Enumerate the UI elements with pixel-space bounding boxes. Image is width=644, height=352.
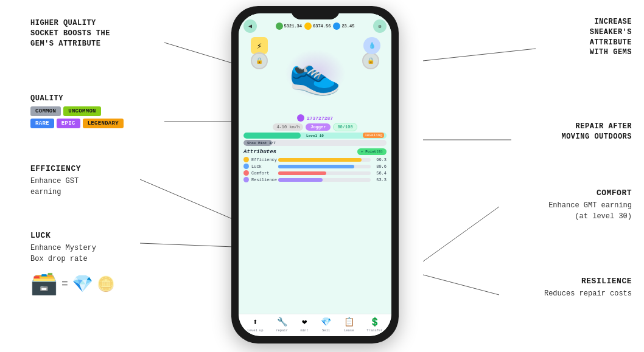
nav-mint[interactable]: ❤️ mint <box>301 317 309 333</box>
gmt-amount: 6374.56 <box>313 24 331 29</box>
bottom-navigation[interactable]: ⬆️ Level up 🔧 repair ❤️ mint 💎 Sell 📋 <box>239 314 391 336</box>
sneaker-badge-right: 💧 <box>363 37 380 54</box>
quality-section: QUALITY COMMON UNCOMMON RARE EPIC LEGEND… <box>30 94 124 128</box>
gst-amount: 5321.34 <box>284 24 302 29</box>
level-row: Level 10 leveling <box>243 133 387 139</box>
efficiency-value: 99.3 <box>373 157 387 162</box>
nav-level-up[interactable]: ⬆️ Level up <box>247 317 263 333</box>
comfort-bar-bg <box>278 171 371 175</box>
resilience-section: RESILIENCE Reduces repair costs <box>544 277 632 299</box>
comfort-desc: Enhance GMT earning (at level 30) <box>548 200 632 222</box>
nav-transfer[interactable]: 💲 Transfer <box>366 317 382 333</box>
gems-annotation: INCREASE SNEAKER'S ATTRIBUTE WITH GEMS <box>590 17 632 58</box>
currency-gmt: 6374.56 <box>304 22 331 30</box>
repair-text: REPAIR AFTER MOVING OUTDOORS <box>561 122 632 142</box>
transfer-icon: 💲 <box>369 317 380 327</box>
badge-legendary: LEGENDARY <box>83 119 124 128</box>
luck-icons: 🗃️ = 💎 🪙 <box>30 271 115 297</box>
resilience-bar-fill <box>278 178 323 182</box>
other-currency-icon <box>333 22 340 30</box>
efficiency-section: EFFICIENCY Enhance GST earning <box>30 164 81 198</box>
resilience-label: Resilience <box>251 178 276 182</box>
phone-notch <box>291 6 340 19</box>
resilience-value: 53.3 <box>373 178 387 182</box>
mint-row: Shoe Mint 3/7 <box>243 140 387 146</box>
nav-repair[interactable]: 🔧 repair <box>276 317 288 333</box>
attr-row-resilience: Resilience 53.3 <box>243 177 387 182</box>
mint-label: Shoe Mint 3/7 <box>247 141 276 145</box>
phone-body: ◀ 5321.34 6374.56 23.45 ⚙ <box>231 6 399 343</box>
leveling-button[interactable]: leveling <box>363 133 384 138</box>
level-up-icon: ⬆️ <box>253 317 257 327</box>
speed-badge: 4-10 km/h <box>273 123 303 131</box>
nav-lease[interactable]: 📋 Lease <box>344 317 354 333</box>
sneaker-display: ⚡ 🔒 👟 🔒 💧 <box>239 34 391 113</box>
currency-gst: 5321.34 <box>276 22 302 30</box>
gems-text: INCREASE SNEAKER'S ATTRIBUTE WITH GEMS <box>590 17 632 58</box>
top-nav[interactable]: ◀ 5321.34 6374.56 23.45 ⚙ <box>239 18 391 34</box>
points-button[interactable]: + Point(8) <box>357 148 387 155</box>
repair-icon: 🔧 <box>277 317 287 327</box>
nav-sell[interactable]: 💎 Sell <box>321 317 331 333</box>
left-annotations: HIGHER QUALITY SOCKET BOOSTS THE GEM'S A… <box>0 0 219 352</box>
comfort-value: 56.4 <box>373 171 387 176</box>
socket-right[interactable]: 🔒 <box>362 52 379 69</box>
phone-screen: ◀ 5321.34 6374.56 23.45 ⚙ <box>239 13 391 336</box>
comfort-section: COMFORT Enhance GMT earning (at level 30… <box>548 188 632 222</box>
type-badge: Jogger <box>306 123 331 131</box>
type-row: 4-10 km/h Jogger 80/100 <box>242 123 388 131</box>
phone-device: ◀ 5321.34 6374.56 23.45 ⚙ <box>231 6 408 347</box>
efficiency-desc: Enhance GST earning <box>30 176 81 198</box>
badge-rare: RARE <box>30 119 54 128</box>
quality-title: QUALITY <box>30 94 124 103</box>
level-up-label: Level up <box>247 328 263 333</box>
resilience-icon <box>243 177 249 182</box>
comfort-title: COMFORT <box>548 188 632 198</box>
efficiency-label: Efficiency <box>251 157 276 162</box>
gmt-icon <box>304 22 312 30</box>
badge-common: COMMON <box>30 106 61 116</box>
comfort-icon <box>243 170 249 176</box>
attr-row-comfort: Comfort 56.4 <box>243 170 387 176</box>
sneaker-id-text: 273727287 <box>307 116 333 121</box>
attr-row-efficiency: Efficiency 99.3 <box>243 157 387 162</box>
transfer-label: Transfer <box>366 328 382 333</box>
settings-button[interactable]: ⚙ <box>373 19 387 33</box>
sneaker-image[interactable]: 👟 <box>289 47 341 100</box>
sneaker-badge-top: ⚡ <box>251 37 268 54</box>
mint-label: mint <box>301 328 309 333</box>
repair-label: repair <box>276 328 288 333</box>
badge-uncommon: UNCOMMON <box>63 106 101 116</box>
luck-desc: Enhance Mystery Box drop rate <box>30 243 115 264</box>
currency-bar: 5321.34 6374.56 23.45 <box>259 22 371 30</box>
mint-icon: ❤️ <box>302 317 307 327</box>
sell-icon: 💎 <box>321 317 331 327</box>
luck-icon <box>243 164 249 169</box>
badge-epic: EPIC <box>57 119 80 128</box>
resilience-bar-bg <box>278 178 371 182</box>
efficiency-title: EFFICIENCY <box>30 164 81 173</box>
sneaker-id-row: 273727287 <box>239 114 391 122</box>
resilience-desc: Reduces repair costs <box>544 288 632 299</box>
currency-other: 23.45 <box>333 22 354 30</box>
efficiency-icon <box>243 157 249 162</box>
other-amount: 23.45 <box>341 24 354 29</box>
luck-bar-fill <box>278 165 354 168</box>
id-icon <box>297 114 304 122</box>
comfort-label: Comfort <box>251 171 276 176</box>
chest-icon: 🗃️ <box>30 271 58 297</box>
level-bar-fill <box>243 133 301 139</box>
durability-badge: 80/100 <box>333 123 357 131</box>
level-bar: Level 10 leveling <box>243 133 387 139</box>
sell-label: Sell <box>322 328 330 333</box>
comfort-bar-fill <box>278 171 326 175</box>
luck-section: LUCK Enhance Mystery Box drop rate 🗃️ = … <box>30 231 115 297</box>
luck-label: Luck <box>251 164 276 169</box>
repair-annotation: REPAIR AFTER MOVING OUTDOORS <box>561 122 632 142</box>
equals-sign: = <box>61 278 68 290</box>
back-button[interactable]: ◀ <box>243 19 257 33</box>
socket-left[interactable]: 🔒 <box>251 52 268 69</box>
luck-value: 89.6 <box>373 164 387 169</box>
gem-boost-annotation: HIGHER QUALITY SOCKET BOOSTS THE GEM'S A… <box>30 18 110 49</box>
attributes-section: Attributes + Point(8) Efficiency 99.3 Lu… <box>243 148 387 182</box>
